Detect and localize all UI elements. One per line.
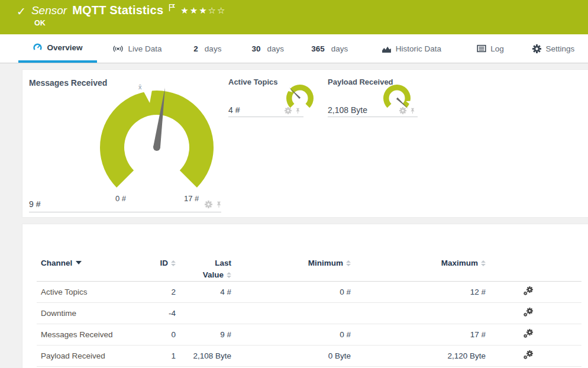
- page-content: Messages Received x̄ 0 # 17 # 9 # Active…: [0, 63, 588, 368]
- table-row: Payload Received 1 2,108 Byte 0 Byte 2,1…: [37, 346, 581, 367]
- tab-365-days[interactable]: 365 days: [298, 34, 361, 63]
- sensor-header: ✓ Sensor MQTT Statistics ★★★☆☆ OK: [0, 0, 588, 34]
- channel-settings-gears-icon[interactable]: [522, 329, 534, 339]
- table-row: Downtime -4: [37, 303, 581, 324]
- widget-gear-icon[interactable]: [205, 201, 212, 208]
- channel-settings-gears-icon[interactable]: [522, 308, 534, 318]
- column-header-channel[interactable]: Channel: [37, 242, 125, 282]
- tab-overview[interactable]: Overview: [18, 34, 97, 63]
- sort-icon: [171, 260, 176, 266]
- area-chart-icon: [382, 44, 392, 53]
- channel-name: Payload Received: [37, 346, 125, 367]
- priority-flag-icon: [169, 4, 175, 14]
- column-header-minimum[interactable]: Minimum: [231, 242, 351, 282]
- channels-panel: Channel ID Last Value Minimum Maximum: [22, 224, 588, 368]
- channel-name: Downtime: [37, 303, 125, 324]
- gauge-max-label: 17 #: [184, 194, 199, 203]
- column-header-id[interactable]: ID: [125, 242, 176, 282]
- messages-received-value: 9 #: [29, 199, 40, 209]
- live-signal-icon: [112, 44, 124, 53]
- gear-icon: [532, 44, 541, 53]
- tab-2-days[interactable]: 2 days: [177, 34, 238, 63]
- gauges-panel: Messages Received x̄ 0 # 17 # 9 # Active…: [22, 69, 588, 218]
- payload-received-value: 2,108 Byte: [328, 105, 367, 115]
- widget-pin-icon[interactable]: [215, 201, 222, 208]
- tab-bar: Overview Live Data 2 days 30 days 365 da…: [0, 34, 588, 63]
- page-title: MQTT Statistics: [72, 4, 163, 17]
- messages-received-gauge: [94, 85, 219, 210]
- sort-icon: [346, 260, 351, 266]
- tab-historic-data[interactable]: Historic Data: [361, 34, 462, 63]
- widget-pin-icon[interactable]: [295, 108, 301, 114]
- channel-name: Messages Received: [37, 324, 125, 346]
- tab-30-days[interactable]: 30 days: [238, 34, 298, 63]
- gauge-min-label: 0 #: [115, 194, 126, 203]
- column-header-last-value[interactable]: Last Value: [176, 242, 231, 282]
- sort-icon: [481, 260, 486, 266]
- tab-log[interactable]: Log: [461, 34, 519, 63]
- widget-pin-icon[interactable]: [409, 108, 416, 114]
- channels-table: Channel ID Last Value Minimum Maximum: [37, 242, 581, 367]
- channel-settings-gears-icon[interactable]: [522, 286, 534, 296]
- priority-stars[interactable]: ★★★☆☆: [180, 5, 226, 16]
- sort-desc-icon: [76, 261, 82, 264]
- widget-gear-icon[interactable]: [399, 107, 406, 114]
- sort-icon: [227, 272, 231, 278]
- average-marker-label: x̄: [138, 83, 142, 91]
- tab-live-data[interactable]: Live Data: [97, 34, 177, 63]
- sensor-kind-label: Sensor: [31, 4, 67, 17]
- status-check-icon: ✓: [17, 5, 26, 18]
- channel-name: Active Topics: [37, 282, 125, 303]
- gauge-title-active-topics: Active Topics: [228, 78, 278, 86]
- column-header-maximum[interactable]: Maximum: [351, 242, 486, 282]
- tab-settings[interactable]: Settings: [519, 34, 588, 63]
- gauge-icon: [33, 43, 43, 52]
- table-row: Active Topics 2 4 # 0 # 12 #: [37, 282, 581, 303]
- widget-gear-icon[interactable]: [285, 107, 292, 114]
- channel-settings-gears-icon[interactable]: [522, 350, 534, 360]
- active-topics-value: 4 #: [228, 105, 240, 115]
- log-list-icon: [477, 44, 486, 53]
- status-badge: OK: [34, 19, 46, 27]
- table-row: Messages Received 0 9 # 0 # 17 #: [37, 324, 581, 346]
